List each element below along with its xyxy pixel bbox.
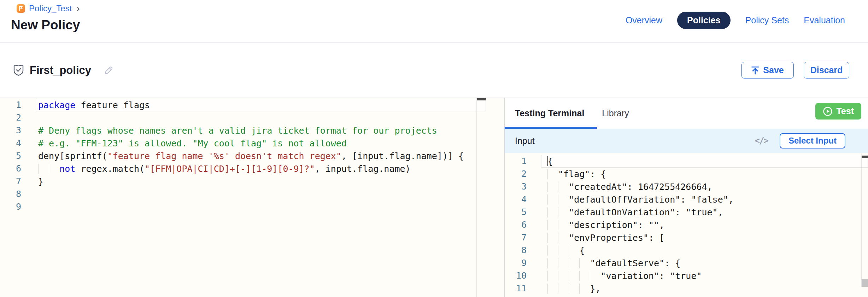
edit-pencil-icon[interactable] (103, 65, 113, 76)
policy-module-icon (17, 4, 25, 13)
code-line[interactable]: 9 "defaultServe": { (505, 257, 868, 269)
line-number: 8 (0, 188, 21, 200)
line-number: 9 (0, 200, 21, 213)
code-icon[interactable]: </> (755, 136, 768, 146)
code-line[interactable]: 1{ (505, 155, 868, 168)
select-input-button[interactable]: Select Input (780, 133, 845, 148)
input-editor-scrollbar-thumb[interactable] (862, 156, 868, 158)
test-button-label: Test (836, 106, 854, 116)
line-number: 9 (505, 257, 527, 269)
rego-editor-scrollbar-track (476, 98, 477, 297)
code-line[interactable]: 4# e.g. "FFM-123" is allowed. "My cool f… (0, 137, 486, 150)
line-number: 3 (505, 180, 527, 193)
code-line[interactable]: 11 }, (505, 282, 868, 295)
nav-item-overview[interactable]: Overview (626, 15, 662, 25)
line-number: 5 (505, 206, 527, 219)
code-line[interactable]: 10 "variation": "true" (505, 269, 868, 282)
line-number: 8 (505, 244, 527, 257)
rego-editor-scrollbar-thumb[interactable] (477, 98, 486, 100)
line-number: 7 (0, 175, 21, 188)
input-bar-label: Input (515, 136, 535, 146)
save-button[interactable]: Save (741, 62, 794, 78)
breadcrumb: Policy_Test › (17, 4, 80, 13)
code-line[interactable]: 8 { (505, 244, 868, 257)
page-title: New Policy (11, 18, 80, 33)
line-number: 1 (505, 155, 527, 168)
code-line[interactable]: 3# Deny flags whose names aren't a valid… (0, 124, 486, 137)
line-number: 5 (0, 150, 21, 162)
nav-item-policies[interactable]: Policies (677, 12, 731, 29)
line-number: 1 (0, 99, 21, 111)
line-number: 2 (505, 168, 527, 180)
test-button[interactable]: Test (815, 103, 861, 120)
code-line[interactable]: 3 "createdAt": 1647255426664, (505, 180, 868, 193)
policy-toolbar: First_policy Save Discard (0, 43, 868, 98)
shield-check-icon (13, 65, 24, 76)
code-line[interactable]: 7 "envProperties": [ (505, 231, 868, 244)
line-number: 11 (505, 282, 527, 295)
input-editor-scrollbar-track (861, 154, 862, 287)
module-nav: Overview Policies Policy Sets Evaluation (626, 12, 845, 29)
code-line[interactable]: 6 not regex.match("[FFM|OPA|CI|CD]+[-][1… (0, 162, 486, 175)
discard-button[interactable]: Discard (804, 62, 849, 78)
code-line[interactable]: 5 "defaultOnVariation": "true", (505, 206, 868, 219)
code-line[interactable]: 5deny[sprintf("feature flag name '%s' do… (0, 150, 486, 162)
code-line[interactable]: 8 (0, 188, 486, 200)
line-number: 2 (0, 111, 21, 124)
line-number: 4 (0, 137, 21, 150)
line-number: 6 (0, 162, 21, 175)
code-line[interactable]: 2 (0, 111, 486, 124)
editor-content: 1package feature_flags23# Deny flags who… (0, 98, 868, 297)
code-line[interactable]: 2 "flag": { (505, 168, 868, 180)
page-header: Policy_Test › New Policy Overview Polici… (0, 0, 868, 43)
line-number: 7 (505, 231, 527, 244)
rego-editor[interactable]: 1package feature_flags23# Deny flags who… (0, 98, 486, 213)
line-number: 3 (0, 124, 21, 137)
save-button-label: Save (763, 65, 784, 75)
policy-editor-page: Policy_Test › New Policy Overview Polici… (0, 0, 868, 297)
policy-name: First_policy (30, 64, 91, 77)
line-number: 6 (505, 219, 527, 231)
line-number: 10 (505, 269, 527, 282)
input-bar: Input </> Select Input (505, 129, 868, 153)
testing-panel: Testing Terminal Library Test Input </> … (504, 98, 868, 297)
code-line[interactable]: 9 (0, 200, 486, 213)
play-circle-icon (823, 106, 833, 116)
code-line[interactable]: 6 "description": "", (505, 219, 868, 231)
code-line[interactable]: 1package feature_flags (0, 99, 486, 111)
line-number: 4 (505, 193, 527, 206)
nav-item-policy-sets[interactable]: Policy Sets (745, 15, 789, 25)
nav-item-evaluation[interactable]: Evaluation (804, 15, 845, 25)
breadcrumb-project-link[interactable]: Policy_Test (29, 4, 72, 13)
active-tab-underline (505, 127, 597, 129)
chevron-right-icon: › (76, 4, 80, 13)
testing-panel-tabs: Testing Terminal Library Test (505, 98, 868, 129)
upload-icon (751, 66, 759, 75)
code-line[interactable]: 7} (0, 175, 486, 188)
input-editor-scrollbar-corner[interactable] (862, 279, 868, 287)
code-line[interactable]: 4 "defaultOffVariation": "false", (505, 193, 868, 206)
tab-library[interactable]: Library (602, 108, 629, 118)
input-json-editor[interactable]: 1{2 "flag": {3 "createdAt": 164725542666… (505, 153, 868, 297)
tab-testing-terminal[interactable]: Testing Terminal (515, 108, 584, 118)
discard-button-label: Discard (810, 65, 843, 75)
